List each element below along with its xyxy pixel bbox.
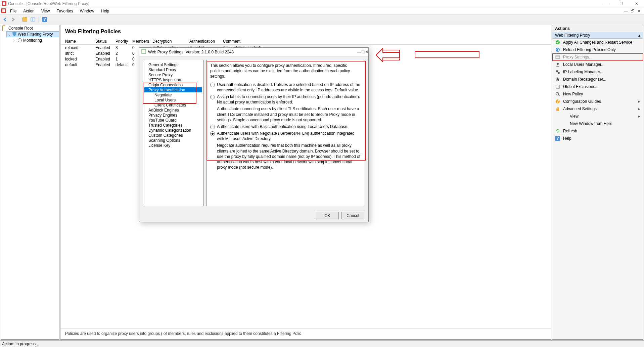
svg-rect-4 <box>31 18 35 21</box>
auth-option-2[interactable]: Authenticate connecting users by client … <box>210 106 361 123</box>
tree-web-filtering-proxy[interactable]: ⌄ Web Filtering Proxy <box>6 31 59 37</box>
dialog-titlebar[interactable]: Web Proxy Settings. Version: 2.1.0.0 Bui… <box>139 48 368 56</box>
dlg-tree-custom-categories[interactable]: Custom Categories <box>144 133 202 138</box>
user-icon <box>555 62 560 67</box>
radio-icon[interactable] <box>210 95 215 99</box>
dlg-tree-client-certificates[interactable]: Client Certificates <box>144 102 202 107</box>
menu-window[interactable]: Window <box>77 7 98 14</box>
actions-section[interactable]: Web Filtering Proxy ▴ <box>552 32 643 39</box>
svg-point-12 <box>557 63 559 65</box>
page-title: Web Filtering Policies <box>60 25 551 38</box>
dlg-tree-adblock-engines[interactable]: AdBlock Engines <box>144 107 202 113</box>
dlg-tree-trusted-categories[interactable]: Trusted Categories <box>144 123 202 128</box>
cancel-button[interactable]: Cancel <box>341 212 364 219</box>
svg-point-9 <box>556 48 560 52</box>
search-icon <box>555 91 560 97</box>
close-button[interactable]: ✕ <box>629 0 644 7</box>
dlg-tree-secure-proxy[interactable]: Secure Proxy <box>144 72 202 77</box>
dlg-tree-youtube-guard[interactable]: YouTube Guard <box>144 118 202 123</box>
dlg-tree-dynamic-categorization[interactable]: Dynamic Categorization <box>144 128 202 133</box>
dlg-tree-scanning-options[interactable]: Scanning Options <box>144 138 202 143</box>
dlg-tree-origin-connections[interactable]: Origin Connections <box>144 82 202 87</box>
ok-button[interactable]: OK <box>316 212 339 219</box>
menu-help[interactable]: Help <box>98 7 113 14</box>
forward-button[interactable] <box>10 16 16 23</box>
back-button[interactable] <box>2 16 8 23</box>
svg-point-13 <box>556 70 558 72</box>
auth-option-4[interactable]: Authenticate users with Negotiate (Kerbe… <box>210 131 361 141</box>
svg-rect-1 <box>3 2 5 5</box>
svg-point-14 <box>558 72 560 74</box>
open-folder-icon[interactable] <box>22 16 28 23</box>
action-advanced-settings[interactable]: Advanced Settings <box>552 105 643 113</box>
menu-file[interactable]: File <box>7 7 20 14</box>
action-new-policy[interactable]: New Policy <box>552 90 643 98</box>
radio-icon[interactable] <box>210 83 215 87</box>
star-icon <box>555 77 560 82</box>
table-header: Name Status Priority Members Decryption … <box>60 38 551 45</box>
minimize-button[interactable]: — <box>599 0 614 7</box>
reload-blue-icon <box>555 47 560 52</box>
action-refresh[interactable]: Refresh <box>552 127 643 135</box>
app-icon <box>1 1 7 6</box>
svg-point-18 <box>556 92 559 95</box>
expand-icon[interactable]: ⌄ <box>8 32 11 37</box>
dlg-tree-general-settings[interactable]: General Settings <box>144 62 202 67</box>
action-global-exclusions-[interactable]: Global Exclusions... <box>552 83 643 90</box>
dlg-tree-proxy-authentication[interactable]: Proxy Authentication <box>144 87 202 92</box>
action-apply-all-changes-and-restart-service[interactable]: Apply All Changes and Restart Service <box>552 39 643 46</box>
action-local-users-manager-[interactable]: Local Users Manager... <box>552 61 643 68</box>
check-green-icon <box>555 40 560 45</box>
action-ip-labeling-manager-[interactable]: IP Labeling Manager... <box>552 68 643 76</box>
dialog-icon <box>141 49 146 55</box>
dlg-tree-standard-proxy[interactable]: Standard Proxy <box>144 67 202 72</box>
mdi-restore-icon[interactable]: 🗗 <box>631 9 635 13</box>
menu-view[interactable]: View <box>38 7 53 14</box>
settings-icon <box>555 54 560 60</box>
tree-monitoring[interactable]: › Monitoring <box>12 37 59 43</box>
help-badge-icon: ? <box>555 99 560 104</box>
collapse-icon[interactable]: ▴ <box>638 33 640 38</box>
dialog-tree[interactable]: General SettingsStandard ProxySecure Pro… <box>143 60 204 206</box>
status-text: Action: In progress... <box>2 342 39 346</box>
svg-rect-15 <box>556 85 559 88</box>
panel-toggle-icon[interactable] <box>30 16 36 23</box>
radio-icon[interactable] <box>210 125 215 129</box>
action-proxy-settings-[interactable]: Proxy Settings... <box>552 53 643 61</box>
action-view[interactable]: View <box>552 113 643 120</box>
refresh-icon <box>555 128 560 134</box>
svg-rect-3 <box>2 9 5 12</box>
dialog-close-button[interactable]: ✕ <box>365 50 368 54</box>
action-domain-recategorizer-[interactable]: Domain Recategorizer... <box>552 76 643 83</box>
toolbar: ? <box>0 15 644 24</box>
mdi-close-icon[interactable]: ✕ <box>637 9 641 13</box>
dlg-tree-https-inspection[interactable]: HTTPS Inspection <box>144 77 202 82</box>
menu-bar: File Action View Favorites Window Help —… <box>0 7 644 15</box>
action-configuration-guides[interactable]: ?Configuration Guides <box>552 98 643 105</box>
svg-rect-22 <box>556 109 559 111</box>
dlg-tree-negotiate[interactable]: Negotiate <box>144 92 202 97</box>
dlg-tree-privacy-engines[interactable]: Privacy Engines <box>144 113 202 118</box>
action-new-window-from-here[interactable]: New Window from Here <box>552 120 643 127</box>
menu-action[interactable]: Action <box>20 7 38 14</box>
tree-pane[interactable]: Console Root ⌄ Web Filtering Proxy › Mon… <box>1 25 59 340</box>
expand-icon[interactable]: › <box>13 38 16 43</box>
radio-icon[interactable] <box>210 131 215 136</box>
help-icon[interactable]: ? <box>42 16 48 23</box>
tree-console-root[interactable]: Console Root <box>1 25 59 31</box>
action-help[interactable]: ?Help <box>552 135 643 142</box>
auth-option-1[interactable]: Assign labels to connecting users by the… <box>210 94 361 105</box>
maximize-button[interactable]: ☐ <box>614 0 629 7</box>
dlg-tree-local-users[interactable]: Local Users <box>144 97 202 102</box>
dlg-tree-license-key[interactable]: License Key <box>144 143 202 148</box>
dialog-minimize-button[interactable]: — <box>357 50 361 54</box>
action-reload-filtering-policies-only[interactable]: Reload Filtering Policies Only <box>552 46 643 53</box>
auth-option-0[interactable]: User authentication is disabled. Policie… <box>210 82 361 93</box>
help-icon: ? <box>555 136 560 141</box>
folder-icon <box>2 26 7 31</box>
status-bar: Action: In progress... <box>0 340 644 347</box>
menu-favorites[interactable]: Favorites <box>53 7 77 14</box>
mdi-minimize-icon[interactable]: — <box>624 9 628 13</box>
dialog-maximize-button[interactable]: ☐ <box>361 50 365 54</box>
auth-option-3[interactable]: Authenticate users with Basic authentica… <box>210 124 361 129</box>
